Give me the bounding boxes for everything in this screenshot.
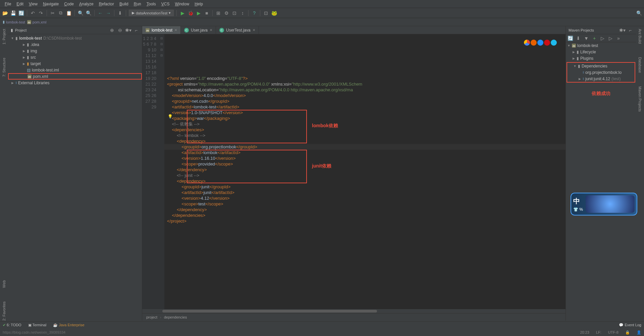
forward-icon[interactable]: → xyxy=(105,10,111,16)
nav-file[interactable]: m pom.xml xyxy=(27,20,47,24)
run-config-dropdown[interactable]: ▶ dataAnnotationTest ▾ xyxy=(129,10,174,16)
tab-maven-projects[interactable]: Maven Projects xyxy=(638,86,642,112)
tree-folder-target[interactable]: ▶▮target xyxy=(8,60,142,67)
collapse-icon[interactable]: ⊕ xyxy=(109,27,115,33)
add-icon[interactable]: + xyxy=(591,35,597,41)
more-icon[interactable]: » xyxy=(615,35,622,41)
tab-todo[interactable]: ✔ 6: TODO xyxy=(3,323,21,327)
opera-icon[interactable] xyxy=(544,40,550,46)
tree-external-libraries[interactable]: ▶ ⫴ External Libraries xyxy=(8,80,142,86)
tool3-icon[interactable]: ⊡ xyxy=(231,10,237,16)
expand-icon[interactable]: ▶ xyxy=(572,57,575,60)
expand-icon[interactable]: ▼ xyxy=(573,64,577,68)
tree-folder-.idea[interactable]: ▶▮.idea xyxy=(8,41,142,48)
intention-bulb-icon[interactable]: 💡 xyxy=(168,114,173,119)
maven-dep-lombok[interactable]: ⫴ org.projectlombok:lo xyxy=(567,69,635,76)
firefox-icon[interactable] xyxy=(531,40,537,46)
settings-icon[interactable]: ✱▾ xyxy=(619,27,625,33)
maven-dep-junit[interactable]: ▶ ⫴ junit:junit:4.12 (test) xyxy=(567,76,635,82)
tab-favorites[interactable]: 2: Favorites xyxy=(2,301,6,321)
debug-icon[interactable]: 🐞 xyxy=(187,10,194,16)
tree-folder-img[interactable]: ▶▮img xyxy=(8,48,142,54)
expand-icon[interactable]: ▶ xyxy=(22,62,25,65)
expand-icon[interactable]: ▶ xyxy=(22,43,25,46)
tab-java-enterprise[interactable]: ☕ Java Enterprise xyxy=(53,323,85,327)
menu-help[interactable]: Help xyxy=(192,2,206,6)
safari-icon[interactable] xyxy=(537,40,543,46)
code-editor[interactable]: 1 2 3 4 5 6 7 8 9 10 11 12 13 14 15 16 1… xyxy=(142,34,566,309)
hide-icon[interactable]: ⌐ xyxy=(627,27,633,33)
execute-icon[interactable]: ▷ xyxy=(607,35,613,41)
expand-icon[interactable]: ▶ xyxy=(11,81,14,85)
close-tab-icon[interactable]: ✕ xyxy=(174,28,177,32)
generate-icon[interactable]: ⬇ xyxy=(575,35,581,41)
tab-event-log[interactable]: 💬 Event Log xyxy=(619,323,641,327)
menu-navigate[interactable]: Navigate xyxy=(40,2,61,6)
nav-project[interactable]: ▮ lombok-test xyxy=(3,20,25,24)
maven-project-node[interactable]: ▼ m lombok-test xyxy=(566,42,636,49)
editor-tab-UserTest.java[interactable]: CUserTest.java✕ xyxy=(216,26,259,34)
redo-icon[interactable]: ↷ xyxy=(38,10,44,16)
tree-root[interactable]: ▼ ▮ lombok-test D:\CSDN\lombok-test xyxy=(8,35,142,41)
cursor-position[interactable]: 20:23 xyxy=(580,330,589,334)
tab-web[interactable]: Web xyxy=(2,280,6,288)
tree-folder-src[interactable]: ▶▮src xyxy=(8,54,142,60)
ie-icon[interactable] xyxy=(551,40,557,46)
expand-icon[interactable]: ▶ xyxy=(578,77,581,81)
menu-window[interactable]: Window xyxy=(172,2,192,6)
ime-floater[interactable]: 中 👕 % xyxy=(571,193,637,215)
hector-icon[interactable]: 👤 xyxy=(637,330,641,335)
stop-icon[interactable]: ■ xyxy=(204,10,210,16)
download-icon[interactable]: ▼ xyxy=(583,35,589,41)
scroll-to-icon[interactable]: ⊖ xyxy=(117,27,123,33)
tab-project[interactable]: 1: Project xyxy=(2,29,6,44)
tab-structure[interactable]: 7: Structure xyxy=(2,58,6,77)
back-icon[interactable]: ← xyxy=(97,10,103,16)
search-everywhere-icon[interactable]: 🔍 xyxy=(636,10,642,16)
tree-file-pom[interactable]: m pom.xml xyxy=(8,73,142,80)
tool5-icon[interactable]: ⊡ xyxy=(263,10,269,16)
editor-tab-User.java[interactable]: CUser.java✕ xyxy=(181,26,216,34)
tab-database[interactable]: Database xyxy=(638,57,642,73)
replace-icon[interactable]: 🔍 xyxy=(86,10,92,16)
find-icon[interactable]: 🔍 xyxy=(77,10,84,16)
save-all-icon[interactable]: 💾 xyxy=(10,10,16,16)
code-content[interactable]: lombok依赖 junit依赖 <?xml version="1.0" enc… xyxy=(164,34,566,309)
close-tab-icon[interactable]: ✕ xyxy=(210,28,212,32)
coverage-icon[interactable]: ▶ xyxy=(196,10,202,16)
settings-icon[interactable]: ✱▾ xyxy=(125,27,131,33)
menu-file[interactable]: File xyxy=(2,2,14,6)
tab-ant-build[interactable]: Ant Build xyxy=(638,29,642,44)
build-icon[interactable]: ⬇ xyxy=(117,10,123,16)
menu-refactor[interactable]: Refactor xyxy=(96,2,117,6)
expand-icon[interactable]: ▼ xyxy=(11,37,14,40)
close-tab-icon[interactable]: ✕ xyxy=(253,28,255,32)
sync-icon[interactable]: 🔄 xyxy=(18,10,24,16)
paste-icon[interactable]: 📋 xyxy=(66,10,72,16)
copy-icon[interactable]: ⧉ xyxy=(58,10,64,16)
tab-terminal[interactable]: ▣ Terminal xyxy=(28,323,46,327)
editor-tab-lombok-test[interactable]: mlombok-test✕ xyxy=(142,26,181,34)
menu-vcs[interactable]: VCS xyxy=(159,2,172,6)
menu-view[interactable]: View xyxy=(26,2,40,6)
tree-file-iml[interactable]: ▤ lombok-test.iml xyxy=(8,67,142,73)
breadcrumb-item[interactable]: project xyxy=(146,315,157,319)
maven-dependencies[interactable]: ▼ ▮ Dependencies xyxy=(567,63,635,69)
tool4-icon[interactable]: ↕ xyxy=(239,10,246,16)
maven-plugins[interactable]: ▶ ▮ Plugins xyxy=(566,55,636,61)
expand-icon[interactable]: ▶ xyxy=(22,49,25,53)
cut-icon[interactable]: ✂ xyxy=(50,10,56,16)
tool6-icon[interactable]: 🐸 xyxy=(271,10,277,16)
menu-code[interactable]: Code xyxy=(61,2,76,6)
tool1-icon[interactable]: ⊞ xyxy=(215,10,221,16)
line-separator[interactable]: LF: xyxy=(596,330,601,334)
expand-icon[interactable]: ▶ xyxy=(22,56,25,59)
expand-icon[interactable]: ▶ xyxy=(572,50,575,54)
chrome-icon[interactable] xyxy=(524,40,530,46)
run-triangle-icon[interactable]: ▷ xyxy=(599,35,605,41)
run-icon[interactable]: ▶ xyxy=(179,10,185,16)
h-scrollbar[interactable] xyxy=(142,309,566,313)
menu-tools[interactable]: Tools xyxy=(144,2,159,6)
expand-icon[interactable]: ▼ xyxy=(567,44,571,47)
menu-edit[interactable]: Edit xyxy=(14,2,26,6)
